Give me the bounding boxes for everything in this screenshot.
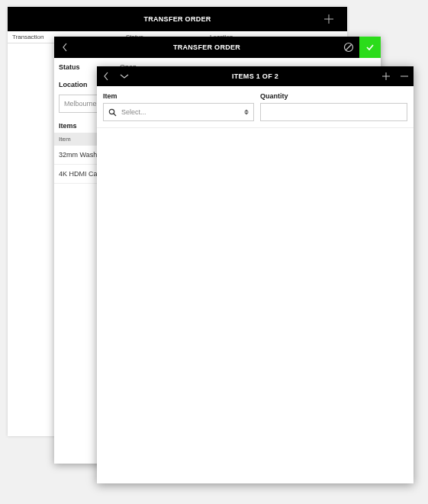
panel2-header: TRANSFER ORDER [54, 37, 381, 58]
add-item-button[interactable] [377, 66, 395, 86]
search-icon [108, 108, 117, 117]
location-value: Melbourne [64, 100, 97, 108]
add-order-button[interactable] [317, 7, 341, 31]
next-item-button[interactable] [115, 66, 134, 86]
svg-point-2 [109, 109, 114, 114]
panel3-field-labels: Item Quantity [97, 86, 414, 103]
back-button[interactable] [54, 37, 76, 58]
updown-icon [244, 110, 249, 115]
check-icon [365, 42, 375, 53]
panel3-header: ITEMS 1 OF 2 [97, 66, 414, 86]
chevron-down-icon [120, 73, 129, 79]
svg-line-3 [114, 114, 116, 116]
panel1-header: TRANSFER ORDER [8, 7, 347, 31]
quantity-input[interactable] [260, 103, 407, 121]
remove-item-button[interactable] [395, 66, 414, 86]
item-select-placeholder: Select... [121, 108, 146, 116]
chevron-left-icon [103, 72, 109, 81]
quantity-label: Quantity [260, 92, 407, 100]
plus-icon [323, 14, 334, 24]
minus-icon [400, 72, 409, 81]
confirm-button[interactable] [359, 37, 381, 58]
plus-icon [381, 72, 391, 81]
panel2-actions [338, 37, 381, 58]
panel2-title: TRANSFER ORDER [76, 43, 338, 51]
item-select[interactable]: Select... [103, 103, 254, 121]
chevron-left-icon [62, 43, 68, 52]
panel3-title: ITEMS 1 OF 2 [134, 72, 377, 80]
cancel-icon [343, 42, 354, 53]
prev-item-button[interactable] [97, 66, 115, 86]
item-detail-panel: ITEMS 1 OF 2 Item Quantity [97, 66, 414, 483]
svg-line-1 [346, 45, 352, 50]
item-label: Item [103, 92, 260, 100]
panel1-title: TRANSFER ORDER [8, 15, 347, 23]
panel3-nav [97, 66, 134, 86]
panel3-right-actions [377, 66, 414, 86]
cancel-button[interactable] [338, 37, 359, 58]
panel3-fields: Select... [97, 103, 414, 128]
